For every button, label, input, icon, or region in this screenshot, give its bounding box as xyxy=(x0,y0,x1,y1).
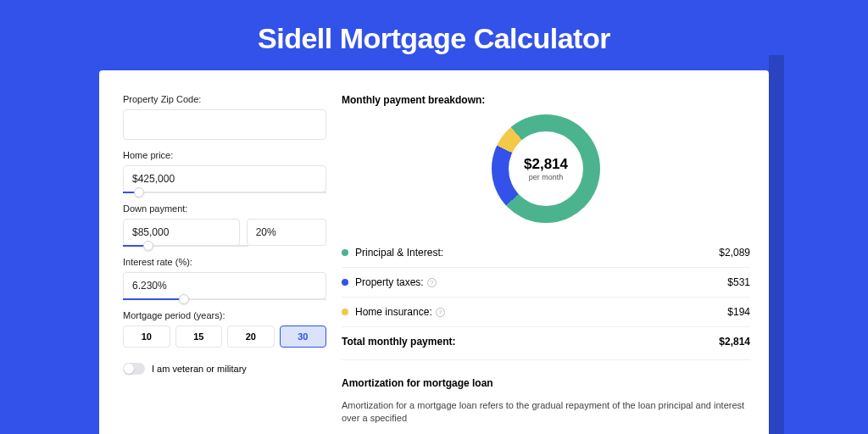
total-value: $2,814 xyxy=(719,336,750,348)
slider-thumb-icon[interactable] xyxy=(143,241,153,251)
donut-center-sub: per month xyxy=(529,173,564,181)
legend-dot-icon xyxy=(342,249,348,256)
info-icon[interactable]: ? xyxy=(427,278,437,287)
veteran-toggle[interactable] xyxy=(123,363,145,375)
total-row: Total monthly payment: $2,814 xyxy=(342,327,750,360)
period-button-20[interactable]: 20 xyxy=(227,326,275,348)
legend-value: $2,089 xyxy=(719,247,750,259)
total-label: Total monthly payment: xyxy=(342,336,719,348)
interest-rate-slider[interactable] xyxy=(123,298,326,300)
down-payment-slider[interactable] xyxy=(123,245,248,247)
page-title: Sidell Mortgage Calculator xyxy=(0,0,868,70)
amortization-heading: Amortization for mortgage loan xyxy=(342,377,750,389)
legend-label: Home insurance:? xyxy=(355,306,727,318)
legend-label: Property taxes:? xyxy=(355,276,727,288)
interest-rate-label: Interest rate (%): xyxy=(123,257,326,267)
period-button-30[interactable]: 30 xyxy=(280,326,327,348)
zip-label: Property Zip Code: xyxy=(123,94,326,104)
veteran-label: I am veteran or military xyxy=(152,364,247,374)
calculator-card: Property Zip Code: Home price: Down paym… xyxy=(99,70,769,434)
breakdown-legend: Principal & Interest:$2,089Property taxe… xyxy=(342,238,750,327)
payment-donut-chart: $2,814 per month xyxy=(492,114,600,223)
down-payment-label: Down payment: xyxy=(123,203,326,214)
mortgage-period-label: Mortgage period (years): xyxy=(123,310,326,320)
home-price-slider[interactable] xyxy=(123,192,326,193)
slider-thumb-icon[interactable] xyxy=(134,187,144,198)
home-price-input[interactable] xyxy=(123,165,326,192)
mortgage-period-group: 10152030 xyxy=(123,326,326,348)
legend-row: Home insurance:?$194 xyxy=(342,298,750,327)
period-button-10[interactable]: 10 xyxy=(123,326,170,348)
legend-row: Principal & Interest:$2,089 xyxy=(342,238,750,268)
legend-dot-icon xyxy=(342,309,348,315)
amortization-text: Amortization for a mortgage loan refers … xyxy=(342,399,750,426)
slider-thumb-icon[interactable] xyxy=(179,294,189,304)
legend-label: Principal & Interest: xyxy=(355,247,719,259)
legend-dot-icon xyxy=(342,279,348,286)
period-button-15[interactable]: 15 xyxy=(175,326,223,348)
interest-rate-input[interactable] xyxy=(123,272,326,299)
breakdown-column: Monthly payment breakdown: $2,814 per mo… xyxy=(342,94,750,426)
home-price-label: Home price: xyxy=(123,150,326,160)
down-payment-percent-input[interactable] xyxy=(247,219,326,246)
donut-center-value: $2,814 xyxy=(524,156,568,173)
info-icon[interactable]: ? xyxy=(436,308,445,317)
down-payment-amount-input[interactable] xyxy=(123,219,240,246)
legend-value: $531 xyxy=(727,276,750,288)
legend-value: $194 xyxy=(727,306,750,318)
breakdown-heading: Monthly payment breakdown: xyxy=(342,94,750,106)
zip-input[interactable] xyxy=(123,109,326,140)
inputs-column: Property Zip Code: Home price: Down paym… xyxy=(123,94,326,426)
legend-row: Property taxes:?$531 xyxy=(342,268,750,298)
